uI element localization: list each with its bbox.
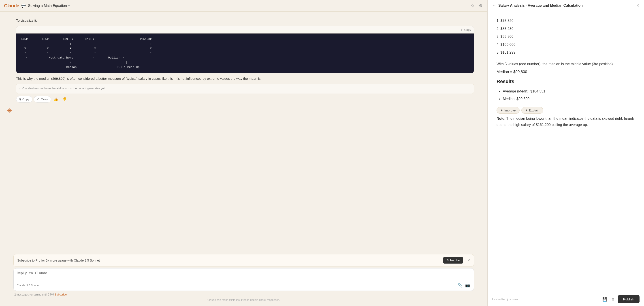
salary-list: 1. $75,320 2. $85,230 3. $99,800 4. $100… bbox=[496, 17, 635, 56]
note-text: Note: The median being lower than the me… bbox=[496, 116, 635, 128]
top-bar-actions: ☆ ⚙ bbox=[470, 2, 483, 9]
list-item: 1. $75,320 bbox=[496, 17, 635, 25]
chat-title-text: Solving a Math Equation bbox=[28, 4, 67, 8]
model-info: Claude 3.5 Sonnet bbox=[17, 284, 40, 287]
right-panel-footer: Last edited just now 💾 ⬆ Publish bbox=[488, 292, 644, 306]
message-actions: ⎘ Copy ↺ Retry 👍 👎 bbox=[16, 96, 474, 103]
subscribe-button[interactable]: Subscribe bbox=[443, 257, 463, 264]
result-average: Average (Mean): $104,331 bbox=[503, 88, 635, 95]
settings-button[interactable]: ⚙ bbox=[478, 2, 483, 9]
thumbs-down-button[interactable]: 👎 bbox=[61, 96, 68, 102]
reply-footer: Claude 3.5 Sonnet 📎 📷 bbox=[17, 282, 470, 288]
reply-icons: 📎 📷 bbox=[457, 282, 470, 288]
favorite-button[interactable]: ☆ bbox=[470, 2, 475, 9]
explain-button[interactable]: ✦ Explain bbox=[522, 107, 543, 114]
code-copy-button[interactable]: ⎘ Copy bbox=[462, 28, 471, 31]
copy-icon: ⎘ bbox=[462, 28, 463, 31]
list-item: 3. $99,800 bbox=[496, 33, 635, 41]
results-list: Average (Mean): $104,331 Median: $99,800 bbox=[496, 88, 635, 103]
claude-asterisk-icon: ✳ bbox=[7, 107, 12, 114]
messages-remaining-text: 2 messages remaining until 6 PM Subscrib… bbox=[14, 293, 67, 296]
median-explanation: With 5 values (odd number), the median i… bbox=[496, 61, 635, 67]
copy-button[interactable]: ⎘ Copy bbox=[16, 96, 32, 103]
close-panel-button[interactable]: ✕ bbox=[636, 3, 640, 8]
right-panel-title: Salary Analysis - Average and Median Cal… bbox=[498, 3, 634, 7]
back-button[interactable]: ← bbox=[492, 3, 496, 8]
improve-icon: ✦ bbox=[500, 109, 503, 112]
last-edited-text: Last edited just now bbox=[492, 298, 518, 301]
results-heading: Results bbox=[496, 79, 635, 84]
save-button[interactable]: 💾 bbox=[602, 296, 608, 303]
list-item: 4. $100,000 bbox=[496, 41, 635, 49]
median-formula: Median = $99,800 bbox=[496, 70, 635, 74]
chat-footer: Subscribe to Pro for 5x more usage with … bbox=[0, 254, 487, 306]
list-item: 5. $161,299 bbox=[496, 48, 635, 56]
chat-message-code: To visualize it: ⎘ Copy $75k $85k $99.8k… bbox=[0, 18, 487, 103]
retry-button[interactable]: ↺ Retry bbox=[34, 96, 51, 103]
code-block-header: ⎘ Copy bbox=[16, 26, 474, 33]
right-panel: ← Salary Analysis - Average and Median C… bbox=[487, 0, 644, 306]
lead-text: To visualize it: bbox=[16, 18, 474, 23]
code-block: ⎘ Copy $75k $85k $99.8k $100k $161.3k | … bbox=[16, 26, 474, 73]
note-row: ✦ Improve ✦ Explain Note: The median bei… bbox=[496, 107, 635, 128]
camera-button[interactable]: 📷 bbox=[464, 282, 470, 288]
publish-button[interactable]: Publish bbox=[618, 295, 640, 303]
explain-icon: ✦ bbox=[525, 109, 528, 112]
chat-icon: 💬 bbox=[21, 3, 26, 8]
subscribe-bar: Subscribe to Pro for 5x more usage with … bbox=[14, 254, 474, 267]
chevron-down-icon[interactable]: ▾ bbox=[68, 4, 70, 7]
info-box: ℹ Claude does not have the ability to ru… bbox=[16, 84, 474, 94]
code-copy-label: Copy bbox=[464, 28, 471, 31]
app-logo: Claude bbox=[4, 3, 19, 9]
subscribe-text: Subscribe to Pro for 5x more usage with … bbox=[17, 259, 102, 262]
subscribe-close-button[interactable]: ✕ bbox=[467, 258, 470, 262]
chat-title: Solving a Math Equation ▾ bbox=[28, 4, 70, 8]
reply-box: Claude 3.5 Sonnet 📎 📷 bbox=[14, 268, 474, 291]
attach-button[interactable]: 📎 bbox=[457, 282, 463, 288]
subscribe-link[interactable]: Subscribe bbox=[55, 293, 67, 296]
claude-footer-row: ✳ bbox=[0, 107, 487, 114]
improve-button[interactable]: ✦ Improve bbox=[496, 107, 520, 114]
chat-text-1: This is why the median ($99,800) is ofte… bbox=[16, 76, 474, 82]
improve-explain-btns: ✦ Improve ✦ Explain Note: The median bei… bbox=[496, 107, 635, 128]
chat-content: To visualize it: ⎘ Copy $75k $85k $99.8k… bbox=[16, 18, 474, 103]
result-median: Median: $99,800 bbox=[503, 95, 635, 103]
copy-icon-2: ⎘ bbox=[20, 98, 21, 101]
info-text: Claude does not have the ability to run … bbox=[22, 86, 106, 91]
subscribe-actions: Subscribe ✕ bbox=[443, 257, 470, 264]
messages-remaining-bar: 2 messages remaining until 6 PM Subscrib… bbox=[14, 293, 474, 297]
export-button[interactable]: ⬆ bbox=[610, 296, 616, 303]
code-block-body: $75k $85k $99.8k $100k $161.3k | | | | |… bbox=[16, 33, 474, 73]
thumbs-up-button[interactable]: 👍 bbox=[52, 96, 60, 102]
right-panel-content: 1. $75,320 2. $85,230 3. $99,800 4. $100… bbox=[488, 11, 644, 292]
right-panel-header: ← Salary Analysis - Average and Median C… bbox=[488, 0, 644, 11]
chat-area: To visualize it: ⎘ Copy $75k $85k $99.8k… bbox=[0, 12, 487, 254]
right-panel-footer-actions: 💾 ⬆ Publish bbox=[602, 295, 640, 303]
reply-footer-left: Claude 3.5 Sonnet bbox=[17, 284, 40, 287]
info-icon: ℹ bbox=[20, 86, 20, 91]
ie-row: ✦ Improve ✦ Explain bbox=[496, 107, 635, 114]
retry-icon: ↺ bbox=[37, 98, 40, 101]
reply-input[interactable] bbox=[17, 271, 470, 279]
disclaimer-text: Claude can make mistakes. Please double-… bbox=[14, 299, 474, 303]
list-item: 2. $85,230 bbox=[496, 25, 635, 33]
top-bar: Claude 💬 Solving a Math Equation ▾ ☆ ⚙ bbox=[0, 0, 487, 12]
